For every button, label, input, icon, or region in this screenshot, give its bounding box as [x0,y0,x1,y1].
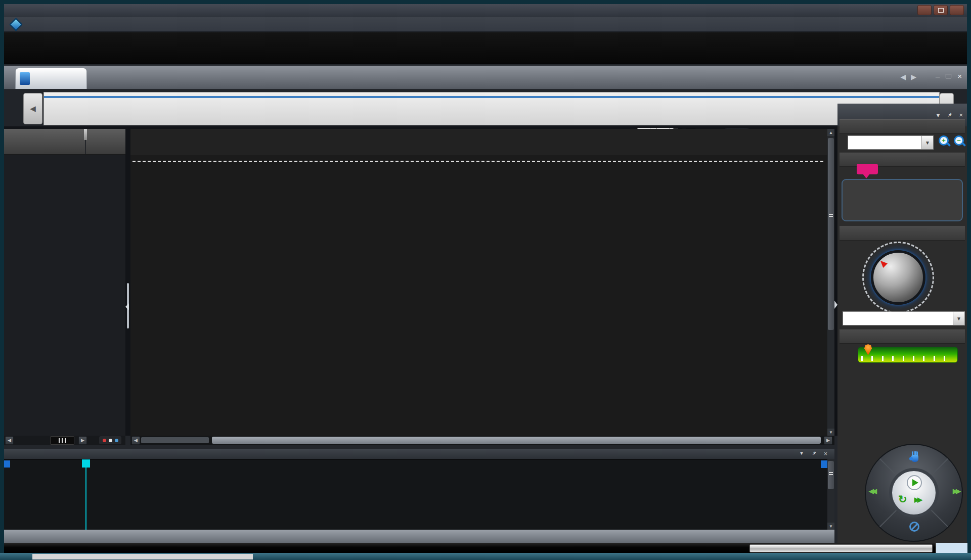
pan-hand-icon[interactable] [910,451,919,462]
scroll-down-button[interactable]: ▼ [827,429,834,436]
scroll-down-button[interactable]: ▼ [827,523,834,530]
trigger-column-header[interactable] [85,129,125,154]
zoom-in-icon: + [939,135,949,146]
taskbar-fragment [32,554,253,559]
tool-dot-icon [115,439,118,442]
repeat-run-icon[interactable]: ↻ [898,493,907,505]
status-end-badge [936,543,967,553]
minimap-scroll-left-button[interactable]: ◀ [23,93,42,124]
navigation-pad: ↻ ▶▶ ◀◀ ▶▶ [865,444,963,542]
stop-disable-icon[interactable] [909,522,919,532]
play-icon [912,479,918,486]
play-button[interactable] [907,475,922,490]
close-panel-icon[interactable]: × [824,450,827,457]
document-tab-bar: ◀ ▶ – × [4,66,967,89]
window-buttons [917,5,964,15]
column-grip-button[interactable] [50,436,74,445]
navigator-start-marker[interactable] [4,460,10,468]
tool-dot-icon [109,439,112,442]
jump-left-icon[interactable]: ◀◀ [869,487,875,495]
knob-pointer-icon [880,261,888,268]
restore-icon [938,8,944,13]
panel-menu-icon[interactable]: ▼ [936,112,941,118]
zoom-level-value [848,136,921,149]
title-bar [4,4,967,17]
bus-signal-panel [4,129,125,436]
mdi-close-button[interactable]: × [957,72,962,80]
scroll-left-button[interactable]: ◀ [5,436,14,445]
zoom-out-icon: − [954,135,964,146]
bus-signal-column-header[interactable] [4,129,85,154]
fast-forward-icon[interactable]: ▶▶ [914,496,920,503]
sample-depth-meter[interactable] [842,179,963,221]
minimize-button[interactable] [917,5,932,15]
waveform-vscrollbar[interactable]: ▲ ▼ [827,129,834,436]
doc-file-icon [20,72,30,85]
restore-button[interactable] [934,5,948,15]
tab-scroll-right-icon[interactable]: ▶ [911,73,916,81]
frequency-knob[interactable] [871,250,925,305]
a0-signal-baseline [133,161,823,162]
channel-panel-splitter[interactable] [125,129,130,436]
navigator-panel-header: ▼ 🖈︎ × [4,449,834,459]
status-progress-bar [749,544,933,552]
trigger-position-slider[interactable] [858,347,958,363]
trigger-position-marker-icon[interactable] [864,344,872,355]
lap-c-pro-application: ◀ ▶ – × ◀ ▶ ▼ [0,0,971,560]
pin-panel-icon[interactable]: 🖈︎ [945,110,954,119]
waveform-ruler[interactable] [130,129,827,156]
channel-tools[interactable] [99,436,121,444]
zoom-in-button[interactable]: + [939,135,951,148]
sampling-frequency-value [843,312,953,325]
navigator-b-marker[interactable] [82,459,90,468]
trigger-position-section-header [840,330,965,344]
scroll-up-button[interactable]: ▲ [827,129,834,136]
scroll-right-button[interactable]: ▶ [78,436,87,445]
collapse-left-icon [125,303,129,310]
menu-bar [4,17,967,32]
navigator-panel-body[interactable] [4,459,827,530]
close-button[interactable] [950,5,964,15]
timing-section-header [840,226,965,241]
overview-minimap-row: ◀ ▶ [4,90,967,126]
minimap-track[interactable] [43,92,940,125]
channel-panel-hscrollbar: ◀ ▶ [4,436,125,445]
tab-scroll-left-icon[interactable]: ◀ [900,73,906,81]
hscroll-handle[interactable] [212,437,821,444]
waveform-hscrollbar[interactable]: ◀ ▶ [130,436,834,445]
chevron-down-icon[interactable]: ▼ [953,312,964,325]
jump-right-icon[interactable]: ▶▶ [953,487,959,495]
zoom-level-select[interactable]: ▼ [848,135,934,150]
pin-panel-icon[interactable]: 🖈︎ [810,449,819,458]
zoom-out-button[interactable]: − [954,135,966,148]
bottom-dock-tabs [4,530,834,543]
mdi-minimize-button[interactable]: – [936,72,940,80]
tab-scroll-controls: ◀ ▶ [900,73,916,81]
column-splitter-handle[interactable] [84,129,87,140]
navigator-vscrollbar[interactable]: ▼ [827,459,834,530]
navigator-d-marker[interactable] [821,460,827,468]
mdi-restore-button[interactable] [946,74,951,78]
tab-doc1[interactable] [15,68,87,89]
waveform-display-area[interactable] [130,155,827,436]
chevron-down-icon[interactable]: ▼ [921,136,933,149]
close-panel-icon[interactable]: × [959,111,963,119]
main-toolbar [4,32,967,64]
tool-dot-icon [103,439,106,442]
minimap-view-range [44,96,939,98]
panel-menu-icon[interactable]: ▼ [799,450,804,457]
scroll-right-button[interactable]: ▶ [824,436,832,445]
zoom-section-header [840,119,965,133]
app-logo-icon [9,18,23,31]
scroll-left-button[interactable]: ◀ [131,436,140,445]
channel-header [4,129,125,155]
sampling-frequency-select[interactable]: ▼ [843,311,965,325]
mdi-window-controls: – × [936,72,962,80]
sample-depth-badge[interactable] [857,164,878,174]
